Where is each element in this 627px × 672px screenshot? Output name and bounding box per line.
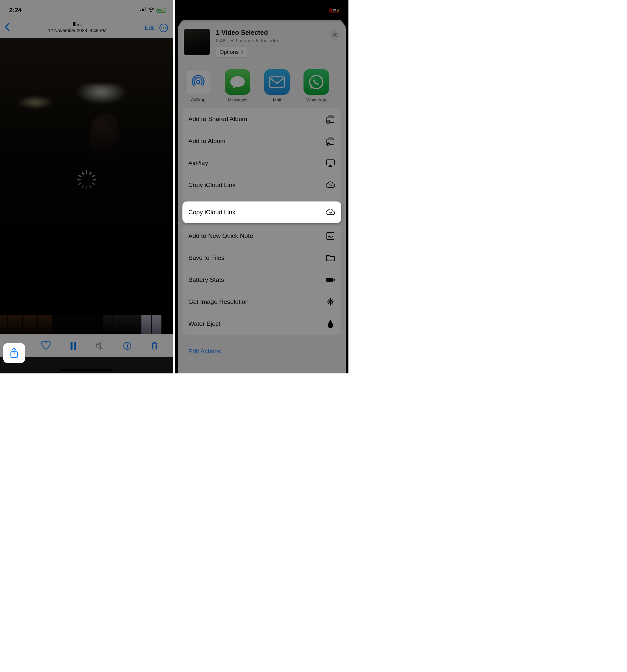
phone-right: 1:36 19⚡ 1 Video Selected 0:48 · <box>175 0 348 374</box>
action-copy-icloud-link[interactable]: Copy iCloud Link <box>183 174 341 196</box>
pause-button[interactable] <box>66 339 80 353</box>
action-label: Add to Shared Album <box>188 116 247 123</box>
action-label: Save to Files <box>188 254 224 262</box>
app-airdrop[interactable]: AirDrop <box>185 69 211 102</box>
svg-rect-2 <box>143 9 144 11</box>
location-icon <box>230 39 234 43</box>
video-preview[interactable] <box>0 38 173 315</box>
icloud-link-icon <box>325 180 335 190</box>
svg-rect-25 <box>327 160 334 165</box>
favorite-button[interactable] <box>39 339 53 353</box>
airdrop-icon <box>185 69 211 95</box>
wifi-icon <box>148 7 154 13</box>
edit-actions[interactable]: Edit Actions… <box>183 342 341 355</box>
quicknote-icon <box>325 231 335 241</box>
thumbnails-scrubber[interactable] <box>0 315 173 334</box>
icloud-link-icon <box>325 207 335 217</box>
svg-rect-3 <box>145 7 146 11</box>
app-whatsapp[interactable]: WhatsApp <box>303 69 330 102</box>
status-bar: 2:24 34⚡ <box>0 0 173 18</box>
battery-percent: 34 <box>157 8 161 12</box>
whatsapp-icon <box>304 69 329 95</box>
water-icon <box>325 319 335 329</box>
svg-rect-18 <box>269 77 285 87</box>
more-button[interactable] <box>160 24 168 32</box>
resolution-icon <box>325 297 335 307</box>
action-save-files[interactable]: Save to Files <box>183 247 341 269</box>
action-shared-album[interactable]: Add to Shared Album <box>183 108 341 130</box>
battery-icon: 34⚡ <box>156 8 166 13</box>
trash-button[interactable] <box>147 339 162 353</box>
app-label: AirDrop <box>191 97 206 102</box>
action-label: Battery Stats <box>188 276 224 284</box>
svg-rect-11 <box>127 345 128 348</box>
battery-icon: 19⚡ <box>329 8 341 13</box>
battery-icon <box>325 275 335 285</box>
action-label: Add to Album <box>188 138 225 145</box>
info-button[interactable] <box>120 339 135 353</box>
chevron-right-icon <box>241 50 243 54</box>
thumbnail <box>184 29 210 55</box>
mail-icon <box>264 69 290 95</box>
sheet-subtitle: 0:48 · Location Is Included <box>216 38 323 43</box>
svg-rect-26 <box>327 232 334 240</box>
svg-point-10 <box>127 343 128 344</box>
shared-album-icon <box>325 114 335 124</box>
app-messages[interactable]: Messages <box>224 69 251 102</box>
add-album-icon <box>325 136 335 146</box>
action-image-resolution[interactable]: Get Image Resolution <box>183 291 341 313</box>
share-apps-row[interactable]: AirDrop Messages Mail WhatsApp <box>178 63 346 108</box>
action-add-album[interactable]: Add to Album <box>183 130 341 152</box>
close-button[interactable] <box>330 29 340 40</box>
battery-percent: 19 <box>332 8 336 12</box>
share-sheet: 1 Video Selected 0:48 · Location Is Incl… <box>178 22 346 374</box>
svg-point-17 <box>196 80 200 84</box>
svg-point-22 <box>328 121 329 122</box>
app-mail[interactable]: Mail <box>264 69 290 102</box>
svg-rect-28 <box>334 279 335 281</box>
actions-group-2: Add to New Quick Note Save to Files Batt… <box>183 225 341 335</box>
app-label: WhatsApp <box>307 97 326 102</box>
edit-actions-label: Edit Actions… <box>188 348 227 355</box>
airplay-icon <box>325 158 335 168</box>
svg-rect-0 <box>140 10 141 11</box>
svg-rect-8 <box>74 342 76 350</box>
edit-button[interactable]: Edit <box>145 25 155 31</box>
svg-rect-27 <box>326 278 334 282</box>
action-water-eject[interactable]: Water Eject <box>183 313 341 335</box>
action-label: Copy iCloud Link <box>188 182 236 189</box>
bottom-toolbar <box>0 334 173 357</box>
options-button[interactable]: Options <box>216 47 247 58</box>
action-label: Water Eject <box>188 320 220 328</box>
nav-bar: 12 November 2023 8:49 PM Edit <box>0 18 173 38</box>
action-copy-icloud-link-highlight[interactable]: Copy iCloud Link <box>183 201 341 223</box>
action-label: Get Image Resolution <box>188 298 249 306</box>
home-indicator[interactable] <box>61 369 113 371</box>
sheet-header: 1 Video Selected 0:48 · Location Is Incl… <box>178 22 346 63</box>
cellular-icon <box>140 7 146 13</box>
share-button-highlight[interactable] <box>3 343 25 363</box>
svg-point-4 <box>161 27 162 28</box>
action-label: AirPlay <box>188 160 208 167</box>
action-battery-stats[interactable]: Battery Stats <box>183 269 341 291</box>
svg-rect-7 <box>71 342 73 350</box>
loading-spinner <box>80 170 93 184</box>
svg-point-6 <box>165 27 166 28</box>
svg-rect-1 <box>142 8 143 11</box>
photo-date: 12 November 2023 8:49 PM <box>48 28 106 33</box>
page-indicator <box>10 22 145 26</box>
action-airplay[interactable]: AirPlay <box>183 152 341 174</box>
app-label: Messages <box>228 97 247 102</box>
action-quick-note[interactable]: Add to New Quick Note <box>183 225 341 247</box>
action-label: Add to New Quick Note <box>188 232 253 240</box>
phone-left: 2:24 34⚡ 12 November 2023 8:49 PM <box>0 0 173 374</box>
action-label: Copy iCloud Link <box>188 209 236 216</box>
status-time: 2:24 <box>9 6 22 14</box>
svg-point-5 <box>163 27 164 28</box>
mute-button[interactable] <box>93 339 107 353</box>
back-button[interactable] <box>5 23 10 33</box>
app-label: Mail <box>273 97 281 102</box>
folder-icon <box>325 253 335 263</box>
sheet-title: 1 Video Selected <box>216 29 323 37</box>
messages-icon <box>225 69 250 95</box>
